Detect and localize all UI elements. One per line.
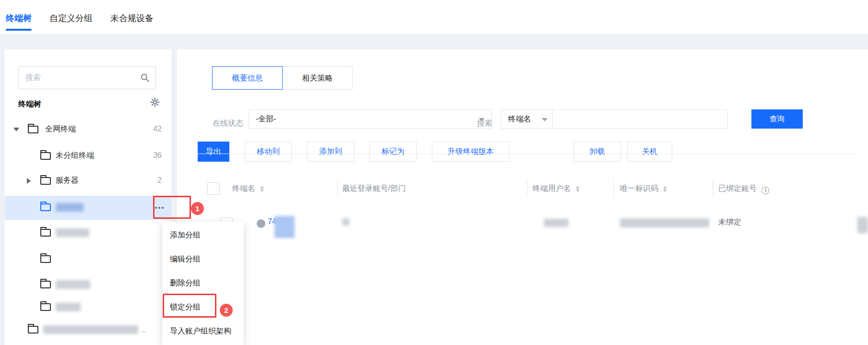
tree-item-group[interactable]: .. <box>5 318 171 341</box>
column-label: 终端名 <box>232 184 255 192</box>
redacted-group-name <box>56 203 83 212</box>
chevron-down-icon <box>542 118 547 121</box>
keyword-input[interactable] <box>553 110 727 128</box>
column-separator <box>527 180 527 197</box>
upgrade-terminal-version-button[interactable]: 升级终端版本 <box>432 142 510 162</box>
active-tab-underline <box>6 29 32 31</box>
redacted-unique-id <box>620 218 709 227</box>
table-header-divider <box>198 154 856 154</box>
tree-item-label: 全网终端 <box>45 124 76 134</box>
redacted-group-name <box>56 303 81 311</box>
tab-label: 未合规设备 <box>110 13 154 23</box>
folder-icon <box>40 281 51 288</box>
column-header-terminal-user[interactable]: 终端用户名 <box>533 182 580 195</box>
column-header-bound-account: 已绑定账号 i <box>718 182 769 195</box>
search-icon[interactable] <box>140 73 150 83</box>
folder-icon <box>40 255 51 263</box>
redacted-group-name <box>43 325 138 334</box>
gear-icon[interactable] <box>150 97 160 107</box>
tab-terminal-tree[interactable]: 终端树 <box>6 12 32 24</box>
sort-icon[interactable] <box>663 186 667 192</box>
folder-icon <box>40 303 51 311</box>
tree-item-group[interactable] <box>5 248 171 271</box>
tree-item-servers[interactable]: 服务器 2 <box>5 169 171 192</box>
tree-item-group[interactable] <box>5 296 171 319</box>
redacted-terminal-name <box>274 216 295 238</box>
folder-icon <box>40 229 51 237</box>
annotation-step-1-badge: 1 <box>191 202 204 215</box>
select-all-checkbox[interactable] <box>207 182 220 195</box>
annotation-step-2-badge: 2 <box>220 304 233 317</box>
terminal-tree-panel: 终端树 全网终端 42 未分组终端 36 服务器 2 <box>5 49 171 345</box>
truncation-ellipsis: .. <box>142 326 147 333</box>
shutdown-button[interactable]: 关机 <box>627 142 672 162</box>
annotation-box-lock-group <box>163 294 216 318</box>
column-label: 唯一标识码 <box>620 184 658 192</box>
chevron-down-icon[interactable] <box>13 128 19 131</box>
terminal-detail-panel: 概要信息 相关策略 在线状态 -全部- 搜索 终端名 查询 导出 移动到 添加到… <box>177 49 868 345</box>
export-button[interactable]: 导出 <box>198 142 229 162</box>
chevron-right-icon[interactable] <box>27 178 31 184</box>
tree-item-label: 服务器 <box>56 176 79 186</box>
redacted-cell-edge <box>857 217 868 233</box>
mark-as-button[interactable]: 标记为 <box>369 142 416 162</box>
column-label: 已绑定账号 <box>718 184 757 192</box>
info-icon[interactable]: i <box>761 187 769 194</box>
redacted-group-name <box>56 228 89 237</box>
column-label: 终端用户名 <box>533 184 571 192</box>
folder-icon <box>40 177 51 185</box>
tab-label: 概要信息 <box>232 74 263 82</box>
sort-icon[interactable] <box>260 186 264 192</box>
tree-item-count: 36 <box>153 151 162 160</box>
redacted-login-account <box>342 218 349 226</box>
keyword-search-label: 搜索 <box>477 114 492 133</box>
search-type-select[interactable]: 终端名 <box>501 109 553 129</box>
keyword-input-wrap <box>552 109 728 129</box>
tree-item-group[interactable] <box>5 273 171 296</box>
tree-item-label: 未分组终端 <box>56 151 94 161</box>
menu-item-import-org[interactable]: 导入账户组织架构 <box>162 319 244 343</box>
move-to-button[interactable]: 移动到 <box>245 142 292 162</box>
folder-icon <box>40 203 51 211</box>
select-value: 终端名 <box>508 115 531 123</box>
screenshot-root: 终端树 自定义分组 未合规设备 终端树 <box>0 0 868 345</box>
column-header-unique-id[interactable]: 唯一标识码 <box>620 182 667 195</box>
query-button[interactable]: 查询 <box>751 109 803 129</box>
menu-item-delete-group[interactable]: 删除分组 <box>162 271 244 295</box>
online-status-label: 在线状态 <box>213 114 243 133</box>
column-header-last-login: 最近登录账号/部门 <box>342 182 405 195</box>
tree-item-ungrouped[interactable]: 未分组终端 36 <box>5 144 171 167</box>
uninstall-button[interactable]: 卸载 <box>574 142 621 162</box>
tab-summary-info[interactable]: 概要信息 <box>212 66 283 90</box>
column-header-terminal-name[interactable]: 终端名 <box>232 182 264 195</box>
folder-icon <box>40 152 51 160</box>
select-value: -全部- <box>256 115 276 123</box>
tree-item-all-terminals[interactable]: 全网终端 42 <box>5 118 171 141</box>
tab-related-policies[interactable]: 相关策略 <box>282 66 353 90</box>
tree-item-group[interactable] <box>5 221 171 244</box>
tab-label: 相关策略 <box>302 74 333 82</box>
folder-icon <box>28 326 38 333</box>
tree-item-selected-group[interactable]: ••• <box>5 196 171 220</box>
add-to-button[interactable]: 添加到 <box>307 142 354 162</box>
top-tab-bar: 终端树 自定义分组 未合规设备 <box>0 0 868 34</box>
offline-status-icon <box>257 219 265 228</box>
tab-noncompliant-devices[interactable]: 未合规设备 <box>110 12 154 24</box>
group-context-menu: 添加分组 编辑分组 删除分组 锁定分组 导入账户组织架构 <box>162 222 244 345</box>
sidebar-search-box <box>18 66 156 89</box>
column-separator <box>613 180 614 197</box>
tree-item-count: 42 <box>153 125 162 133</box>
tab-label: 自定义分组 <box>49 13 93 23</box>
tree-item-count: 2 <box>157 176 162 185</box>
search-input[interactable] <box>19 73 140 82</box>
sidebar-title: 终端树 <box>18 99 41 109</box>
folder-icon <box>28 126 38 133</box>
online-status-select[interactable]: -全部- <box>249 109 492 129</box>
redacted-group-name <box>56 280 90 289</box>
sort-icon[interactable] <box>576 186 580 192</box>
tab-custom-groups[interactable]: 自定义分组 <box>49 12 93 24</box>
menu-item-add-group[interactable]: 添加分组 <box>162 223 244 247</box>
column-separator <box>713 180 713 197</box>
menu-item-edit-group[interactable]: 编辑分组 <box>162 247 244 271</box>
redacted-terminal-user <box>544 219 569 227</box>
